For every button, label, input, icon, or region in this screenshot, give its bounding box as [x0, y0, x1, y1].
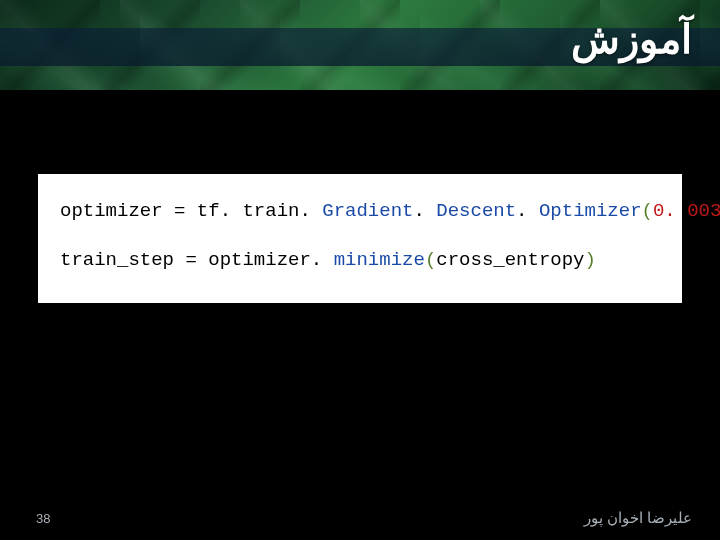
- code-line-1: optimizer = tf. train. Gradient. Descent…: [60, 198, 660, 225]
- code-func: Descent: [436, 200, 516, 222]
- code-paren: (: [425, 249, 436, 271]
- code-func: Gradient: [322, 200, 413, 222]
- code-text: .: [516, 200, 539, 222]
- code-text: optimizer = tf. train.: [60, 200, 322, 222]
- code-number: 0. 003: [653, 200, 720, 222]
- code-paren: (: [642, 200, 653, 222]
- code-func: Optimizer: [539, 200, 642, 222]
- code-block: optimizer = tf. train. Gradient. Descent…: [38, 174, 682, 303]
- code-text: .: [413, 200, 436, 222]
- slide-title: آﻣﻮﺯﺵ: [571, 16, 692, 62]
- code-paren: ): [585, 249, 596, 271]
- slide-header: آﻣﻮﺯﺵ: [0, 0, 720, 90]
- code-func: minimize: [334, 249, 425, 271]
- code-arg: cross_entropy: [436, 249, 584, 271]
- slide-footer: 38 ﻋﻠﯿﺮﺿﺎ ﺍﺧﻮﺍﻥ ﭘﻮﺭ: [0, 496, 720, 540]
- code-text: train_step = optimizer.: [60, 249, 334, 271]
- author-name: ﻋﻠﯿﺮﺿﺎ ﺍﺧﻮﺍﻥ ﭘﻮﺭ: [584, 509, 692, 527]
- code-line-2: train_step = optimizer. minimize(cross_e…: [60, 247, 660, 274]
- page-number: 38: [36, 511, 50, 526]
- slide: آﻣﻮﺯﺵ optimizer = tf. train. Gradient. D…: [0, 0, 720, 540]
- slide-body: optimizer = tf. train. Gradient. Descent…: [0, 90, 720, 540]
